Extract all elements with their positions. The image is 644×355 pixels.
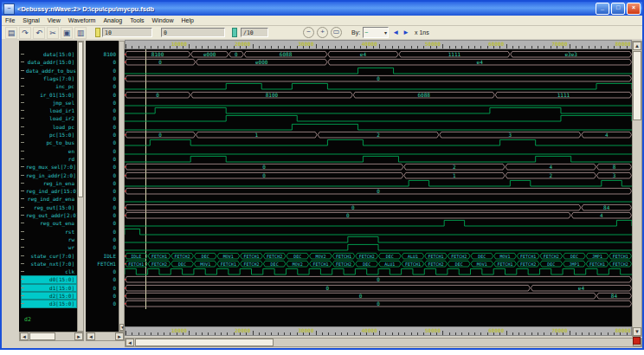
signal-name-row[interactable]: data_addr_to_bus: [26, 67, 77, 74]
zoom-out-icon[interactable]: −: [303, 27, 314, 38]
scroll-left-icon[interactable]: ◄: [126, 339, 134, 346]
signal-names-pane[interactable]: data[15:0]data_addr[15:0]data_addr_to_bu…: [19, 41, 77, 332]
scroll-right-icon[interactable]: ►: [74, 332, 83, 340]
scroll-right-icon[interactable]: ►: [115, 332, 124, 340]
ruler-tick: [208, 46, 209, 48]
names-horizontal-scrollbar[interactable]: ◄ ►: [19, 332, 84, 341]
signal-name-row[interactable]: rst: [26, 228, 77, 236]
cursor-time-field[interactable]: [161, 28, 225, 37]
search-backward-icon[interactable]: ◄: [392, 29, 399, 36]
signal-name-row[interactable]: flags[7:0]: [26, 74, 77, 82]
cut-icon[interactable]: ✂: [47, 27, 59, 39]
signal-name-row[interactable]: load_ir1: [26, 106, 77, 114]
signal-name-row[interactable]: state_cur[7:0]: [26, 252, 77, 260]
menu-item-tools[interactable]: Tools: [130, 17, 144, 23]
scrollbar-thumb[interactable]: [135, 339, 274, 346]
paste-icon[interactable]: ▥: [74, 27, 87, 39]
menu-item-signal[interactable]: Signal: [23, 17, 39, 23]
menu-item-analog[interactable]: Analog: [103, 17, 122, 23]
ruler-label: 40000: [362, 327, 377, 333]
signal-name-row[interactable]: rd: [26, 155, 77, 163]
scroll-down-icon[interactable]: ▼: [119, 324, 124, 331]
signal-name-row[interactable]: pc[15:0]: [26, 131, 77, 139]
scrollbar-thumb[interactable]: [78, 42, 83, 197]
signal-name-row[interactable]: load_pc: [26, 123, 77, 131]
menu-item-file[interactable]: File: [5, 17, 15, 23]
reload-icon[interactable]: ↷: [19, 27, 31, 39]
signal-value-row: 0: [86, 243, 119, 251]
signal-type-mark: [21, 207, 24, 208]
time-ruler-bottom: 1000020000300004000050000600007000080000: [125, 326, 632, 336]
signal-name-row[interactable]: reg_in_ena: [26, 179, 77, 187]
scrollbar-thumb[interactable]: [633, 51, 641, 120]
signal-name-row[interactable]: state_nxt[7:0]: [26, 260, 77, 268]
open-icon[interactable]: ▤: [5, 27, 17, 39]
scroll-left-icon[interactable]: ◄: [87, 332, 95, 340]
svg-text:e4: e4: [578, 285, 585, 291]
ruler-tick: [164, 332, 164, 335]
maximize-button[interactable]: □: [611, 3, 625, 15]
svg-text:MOV1: MOV1: [477, 261, 487, 267]
menu-item-help[interactable]: Help: [181, 17, 193, 23]
signal-name-row[interactable]: wr: [26, 243, 77, 251]
signal-name-row[interactable]: reg_out[15:0]: [26, 203, 77, 211]
signal-name-row[interactable]: d0[15:0]: [21, 275, 77, 283]
signal-name-row[interactable]: d2[15:0]: [21, 292, 77, 300]
waveform-row: [125, 236, 632, 243]
ruler-label: 10000: [171, 327, 187, 333]
signal-name-row[interactable]: ir_01[15:0]: [26, 91, 77, 99]
menu-item-waveform[interactable]: Waveform: [68, 17, 96, 23]
signal-name-row[interactable]: d3[15:0]: [21, 300, 77, 307]
scroll-left-icon[interactable]: ◄: [20, 332, 29, 340]
wave-horizontal-scrollbar[interactable]: ◄ ►: [125, 338, 642, 347]
minimize-button[interactable]: _: [596, 3, 609, 15]
close-button[interactable]: ×: [627, 3, 641, 15]
ruler-tick: [379, 331, 380, 335]
scroll-down-icon[interactable]: ▼: [633, 327, 641, 336]
signal-name-row[interactable]: reg_ind_adr[15:0]: [26, 187, 77, 195]
signal-name-row[interactable]: data[15:0]: [26, 50, 77, 58]
signal-name-row[interactable]: rw: [26, 236, 77, 243]
scrollbar-thumb[interactable]: [29, 332, 55, 340]
copy-icon[interactable]: ▣: [61, 27, 73, 39]
signal-name-row[interactable]: en: [26, 147, 77, 155]
values-horizontal-scrollbar[interactable]: ◄ ►: [86, 332, 125, 341]
delta-time-field[interactable]: [241, 28, 268, 37]
waveform-row: [125, 268, 632, 275]
scroll-up-icon[interactable]: ▲: [633, 42, 641, 50]
signal-name-row[interactable]: reg_out_ena: [26, 219, 77, 227]
signal-name-row[interactable]: inc_pc: [26, 82, 77, 90]
marker-swatch-teal-icon: [232, 28, 237, 37]
search-forward-icon[interactable]: ►: [402, 29, 409, 36]
signal-type-mark: [21, 142, 24, 143]
signal-name-row[interactable]: load_ir2: [26, 114, 77, 122]
search-time-field[interactable]: [102, 28, 152, 37]
values-vertical-scrollbar[interactable]: ▼: [119, 41, 125, 332]
search-type-dropdown[interactable]: ~ ▾: [363, 27, 389, 38]
signal-value-row: 0: [86, 300, 119, 307]
ruler-tick: [449, 46, 450, 48]
menu-item-view[interactable]: View: [48, 17, 61, 23]
ruler-tick: [322, 332, 323, 335]
signal-name-row[interactable]: pc_to_bus: [26, 139, 77, 146]
svg-text:FETCH2: FETCH2: [243, 261, 259, 267]
waveform-row: [125, 219, 632, 227]
zoom-in-icon[interactable]: +: [317, 27, 328, 38]
zoom-all-icon[interactable]: ▭: [331, 27, 342, 38]
waveform-row: 01234: [125, 131, 632, 139]
signal-name-row[interactable]: clk: [26, 268, 77, 275]
signal-name-row[interactable]: reg_out_addr[2:0]: [26, 211, 77, 219]
names-vertical-scrollbar[interactable]: [77, 41, 84, 332]
signal-name-row[interactable]: reg_mux_sel[7:0]: [26, 163, 77, 171]
signal-name-row[interactable]: data_addr[15:0]: [26, 58, 77, 66]
signal-name-row[interactable]: d1[15:0]: [21, 284, 77, 292]
signal-name-row[interactable]: reg_ind_adr_ena: [26, 195, 77, 203]
waveform-row: 084: [125, 203, 632, 211]
signal-name-row[interactable]: jmp_sel: [26, 99, 77, 106]
menu-item-window[interactable]: Window: [152, 17, 174, 23]
waveform-canvas[interactable]: 8100e00006088e41111e3e30e000e40081006088…: [125, 49, 632, 326]
ruler-tick: [221, 46, 222, 48]
signal-name-row[interactable]: reg_in_addr[2:0]: [26, 171, 77, 179]
undo-icon[interactable]: ↶: [33, 27, 45, 39]
wave-vertical-scrollbar[interactable]: ▲ ▼: [632, 41, 642, 337]
